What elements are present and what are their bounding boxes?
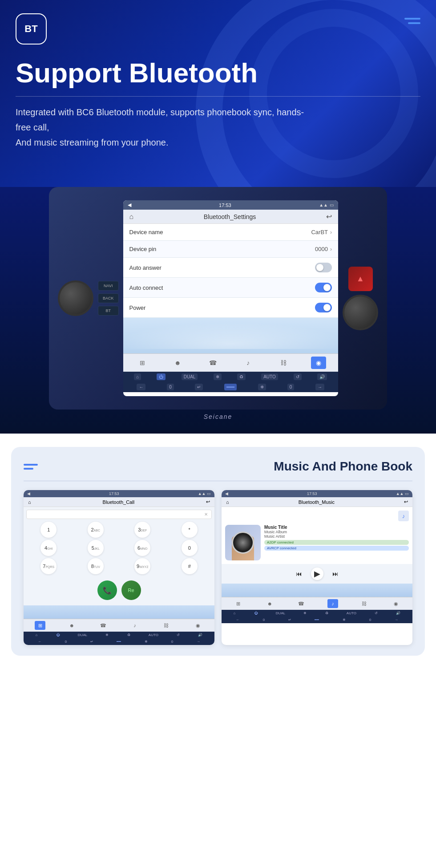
tab-music[interactable]: ♪ [241, 357, 256, 369]
menu-icon[interactable] [404, 18, 420, 24]
auto-answer-toggle[interactable] [315, 263, 332, 272]
right-panel: ▲ [343, 267, 378, 330]
avrcp-badge: AVRCP connected [264, 546, 409, 551]
dial-1[interactable]: 1 [40, 522, 57, 538]
ctrl-dual[interactable]: DUAL [182, 373, 198, 380]
setting-power[interactable]: Power [123, 298, 338, 318]
feature-card: Music And Phone Book ◀ 17:53 ▲▲ ▭ ⌂ Blue… [11, 447, 425, 656]
tab-grid[interactable]: ⊞ [135, 357, 150, 369]
music-artist: Music Artist [264, 534, 409, 539]
ctrl-zero-left[interactable]: 0 [167, 384, 174, 390]
dial-star[interactable]: * [182, 522, 198, 538]
dial-8[interactable]: 8TUV [88, 558, 104, 574]
divider [16, 96, 420, 97]
redial-button[interactable]: Re [121, 580, 141, 600]
screens-row: ◀ 17:53 ▲▲ ▭ ⌂ Bluetooth_Call ↩ ✕ 1 [24, 490, 412, 645]
tab-link[interactable]: ⛓ [276, 357, 291, 369]
screen-topbar: ◀ 17:53 ▲▲ ▭ [123, 200, 338, 210]
right-knob[interactable] [343, 295, 378, 330]
music-tab-grid[interactable]: ⊞ [233, 599, 243, 608]
card-section: Music And Phone Book ◀ 17:53 ▲▲ ▭ ⌂ Blue… [0, 434, 436, 669]
screen-navbar: ⌂ Bluetooth_Settings ↩ [123, 210, 338, 224]
navi-button[interactable]: NAVI [98, 281, 119, 291]
play-button[interactable]: ▶ [311, 568, 323, 580]
call-tab-music[interactable]: ♪ [129, 621, 140, 630]
ctrl-rotate[interactable]: ↺ [294, 373, 302, 380]
call-tab-grid[interactable]: ⊞ [35, 621, 45, 630]
music-tab-music[interactable]: ♪ [327, 599, 338, 608]
bt-logo: BT [16, 13, 47, 45]
dial-9[interactable]: 9WXYZ [134, 558, 150, 574]
music-tab-phone[interactable]: ☎ [296, 599, 307, 608]
call-content: ✕ 1 2ABC 3DEF * 4GHI 5JKL 6MNO 0 7PQRS 8… [24, 507, 214, 605]
ctrl-enter[interactable]: ↵ [195, 384, 203, 390]
tab-phone[interactable]: ☎ [206, 357, 221, 369]
music-topbar: ◀ 17:53 ▲▲ ▭ [222, 490, 412, 497]
ctrl-volume[interactable]: 🔊 [317, 373, 327, 380]
music-topbar-back: ◀ [225, 491, 228, 496]
dial-4[interactable]: 4GHI [40, 540, 57, 556]
call-tab-person[interactable]: ☻ [66, 621, 77, 630]
ctrl-back-arrow[interactable]: ← [137, 384, 145, 390]
back-button[interactable]: BACK [98, 293, 119, 303]
bt-button[interactable]: BT [98, 306, 119, 316]
card-divider [24, 481, 412, 481]
call-home-icon[interactable]: ⌂ [28, 499, 31, 505]
topbar-back[interactable]: ◀ [128, 202, 131, 208]
music-back-icon[interactable]: ↩ [404, 499, 408, 505]
power-toggle[interactable] [315, 303, 332, 312]
ctrl-snowflake-2[interactable]: ❄ [258, 384, 266, 390]
back-nav-icon[interactable]: ↩ [326, 212, 332, 221]
call-tab-link[interactable]: ⛓ [161, 621, 172, 630]
dialpad: 1 2ABC 3DEF * 4GHI 5JKL 6MNO 0 7PQRS 8TU… [26, 522, 212, 574]
ctrl-zero-right[interactable]: 0 [287, 384, 295, 390]
ctrl-auto[interactable]: AUTO [261, 373, 278, 380]
card-header: Music And Phone Book [24, 459, 412, 474]
music-tab-link[interactable]: ⛓ [359, 599, 370, 608]
tab-camera[interactable]: ◉ [311, 357, 326, 369]
ctrl-fan[interactable]: ❄ [214, 373, 222, 380]
music-nav-bar: ← 0 ↵ ━━ ❄ 0 → [222, 617, 412, 623]
home-icon[interactable]: ⌂ [129, 213, 134, 221]
auto-connect-toggle[interactable] [315, 283, 332, 292]
left-knob[interactable] [58, 280, 93, 316]
call-tab-phone[interactable]: ☎ [98, 621, 109, 630]
music-home-icon[interactable]: ⌂ [226, 499, 229, 505]
ctrl-home[interactable]: ⌂ [134, 373, 141, 380]
call-actions: 📞 Re [26, 578, 212, 603]
call-ctrl-bar: ⌂ ⏻ DUAL ❄ ♻ AUTO ↺ 🔊 [24, 632, 214, 638]
card-menu-icon[interactable] [24, 464, 38, 470]
screen-controls: ⌂ ⏻ DUAL ❄ ♻ AUTO ↺ 🔊 [123, 372, 338, 382]
ctrl-slider[interactable]: ━━━ [224, 384, 237, 390]
next-button[interactable]: ⏭ [332, 570, 339, 577]
answer-button[interactable]: 📞 [97, 580, 117, 600]
prev-button[interactable]: ⏮ [296, 570, 302, 577]
ctrl-recycle[interactable]: ♻ [237, 373, 246, 380]
battery-icon: ▭ [330, 203, 334, 207]
setting-auto-connect[interactable]: Auto connect [123, 278, 338, 298]
dial-3[interactable]: 3DEF [134, 522, 150, 538]
call-topbar: ◀ 17:53 ▲▲ ▭ [24, 490, 214, 497]
dial-7[interactable]: 7PQRS [40, 558, 57, 574]
dial-2[interactable]: 2ABC [88, 522, 104, 538]
album-art [225, 525, 261, 560]
call-search-bar[interactable]: ✕ [26, 510, 212, 519]
call-nav-bar: ← 0 ↵ ━━ ❄ 0 → [24, 638, 214, 645]
setting-auto-answer[interactable]: Auto answer [123, 258, 338, 278]
call-back-icon[interactable]: ↩ [206, 499, 210, 505]
setting-device-pin[interactable]: Device pin 0000 › [123, 241, 338, 258]
ctrl-power[interactable]: ⏻ [157, 373, 166, 380]
dial-0[interactable]: 0 [182, 540, 198, 556]
music-info: Music Title Music Album Music Artist A2D… [264, 525, 409, 551]
setting-device-name[interactable]: Device name CarBT › [123, 224, 338, 241]
dial-5[interactable]: 5JKL [88, 540, 104, 556]
dial-6[interactable]: 6MNO [134, 540, 150, 556]
call-tab-camera[interactable]: ◉ [193, 621, 203, 630]
music-tab-camera[interactable]: ◉ [391, 599, 401, 608]
music-tab-person[interactable]: ☻ [264, 599, 275, 608]
dial-hash[interactable]: # [182, 558, 198, 574]
tab-person[interactable]: ☻ [170, 357, 185, 369]
search-clear[interactable]: ✕ [204, 512, 208, 517]
hazard-button[interactable]: ▲ [348, 267, 373, 291]
ctrl-forward[interactable]: → [315, 384, 324, 390]
